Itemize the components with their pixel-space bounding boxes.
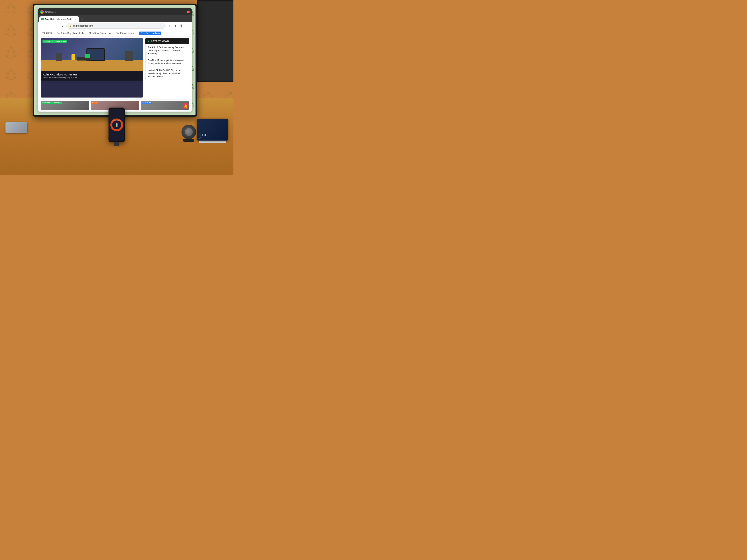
phone-stand (114, 142, 120, 146)
tab-close-button[interactable]: × (75, 18, 77, 20)
latest-news-panel: ★ LATEST NEWS The ASUS Zenfone 10 may fe… (145, 38, 189, 98)
news-item-3[interactable]: Leaked OPPO Find N3 Flip render reveals … (146, 67, 189, 80)
news-items-list: The ASUS Zenfone 10 may feature a rather… (145, 44, 189, 80)
notification-button[interactable]: 🔔 (183, 103, 188, 109)
speaker-device (181, 125, 196, 142)
featured-article[interactable]: CHROMEBOX COMPETITOR Xulu X (41, 38, 143, 98)
nav-item-4[interactable]: Pixel Fold hands on (139, 31, 161, 35)
chrome-logo-icon (40, 10, 44, 14)
smart-display-info: 96° (199, 137, 227, 139)
teaser-badge-1: SOME REAL COMPETITION (42, 102, 62, 104)
trending-label: TRENDING (42, 32, 52, 34)
article-caption: Xulu XR1 micro PC review When a Chromebo… (41, 71, 143, 81)
home-button[interactable]: ⌂ (40, 23, 45, 28)
tab-favicon (41, 18, 44, 20)
star-icon: ★ (148, 40, 150, 43)
address-bar[interactable]: 🔒 androidcentral.com (67, 23, 165, 29)
tab-label: Android Central - News, Revie... (45, 18, 74, 20)
latest-news-header: ★ LATEST NEWS (145, 38, 189, 44)
nav-item-1[interactable]: Pre-Prime Day phone deals (57, 32, 84, 34)
teaser-1[interactable]: SOME REAL COMPETITION (41, 101, 89, 110)
android-phone: 🚀 ANDROID 14 (108, 108, 125, 142)
article-title: Xulu XR1 micro PC review (43, 73, 141, 76)
back-button[interactable]: ← (47, 23, 52, 28)
smart-display-weather: 96° (199, 137, 201, 139)
teaser-3[interactable]: BEST BUDS (141, 101, 189, 110)
smart-display: 5:19 96° (197, 119, 228, 143)
chrome-active-tab[interactable]: Android Central - News, Revie... × (40, 17, 79, 22)
smart-display-inner: 5:19 96° (197, 119, 228, 140)
refresh-button[interactable]: ↻ (60, 23, 65, 28)
scene-speaker-right (125, 51, 133, 61)
trending-nav-strip: TRENDING Pre-Prime Day phone deals Moto … (38, 30, 192, 36)
phone-stand-wrapper: 🚀 ANDROID 14 (108, 108, 125, 146)
download-button[interactable]: ⬇ (173, 23, 178, 28)
second-monitor (197, 0, 233, 82)
article-image (41, 38, 143, 71)
chrome-close-button[interactable]: × (187, 10, 190, 13)
smart-display-time: 5:19 (199, 133, 227, 137)
scene-box-green (85, 54, 90, 58)
android14-text: ANDROID 14 (112, 119, 121, 121)
lock-icon: 🔒 (69, 25, 72, 27)
bookmark-button[interactable]: ☆ (167, 23, 172, 28)
nav-item-3[interactable]: Pixel Tablet review (116, 32, 134, 34)
smart-display-screen: 5:19 96° (197, 119, 228, 140)
chrome-title: Chrome (45, 10, 54, 13)
speaker-body (181, 125, 196, 139)
chrome-tabbar: Android Central - News, Revie... × + (38, 15, 192, 22)
url-text: androidcentral.com (73, 24, 93, 27)
chrome-addressbar: ⌂ ← → ↻ 🔒 androidcentral.com ☆ ⬇ 👤 ⋮ (38, 22, 192, 30)
hub-device (5, 122, 27, 133)
chrome-window: Chrome ▾ × Android Central - News, Revie… (38, 8, 192, 112)
menu-button[interactable]: ⋮ (185, 23, 190, 28)
article-badge: CHROMEBOX COMPETITOR (43, 40, 67, 43)
speaker-base (183, 139, 194, 142)
news-item-1[interactable]: The ASUS Zenfone 10 may feature a rather… (146, 44, 189, 57)
scene-speaker-left (56, 53, 62, 61)
latest-news-title: LATEST NEWS (151, 40, 169, 43)
news-item-2[interactable]: OnePlus 12 rumor points to welcome displ… (146, 57, 189, 67)
toolbar-actions: ☆ ⬇ 👤 ⋮ (167, 23, 190, 28)
new-tab-button[interactable]: + (80, 17, 85, 22)
android14-logo: 🚀 ANDROID 14 (110, 118, 123, 131)
profile-button[interactable]: 👤 (179, 23, 184, 28)
second-monitor-screen (199, 1, 233, 81)
forward-button[interactable]: → (53, 23, 58, 28)
page-content: CHROMEBOX COMPETITOR Xulu X (38, 36, 192, 112)
chrome-dropdown-icon[interactable]: ▾ (55, 11, 56, 13)
android14-inner: 🚀 (112, 120, 121, 129)
smart-display-base (199, 140, 226, 143)
teaser-badge-3: BEST BUDS (142, 102, 152, 104)
nav-item-2[interactable]: Moto Razr Plus review (89, 32, 111, 34)
scene-desk (41, 60, 143, 71)
rocket-icon: 🚀 (113, 122, 120, 128)
content-main: CHROMEBOX COMPETITOR Xulu X (38, 36, 192, 99)
chrome-titlebar: Chrome ▾ × (38, 8, 192, 15)
monitor-screen: 14:00 5G ▲▼ 🔋 Chrome ▾ × Android Central… (34, 5, 196, 115)
teaser-badge-2: DEALS (92, 102, 98, 104)
scene-robot (72, 54, 75, 60)
phone-screen: 🚀 ANDROID 14 (109, 109, 124, 141)
main-monitor: 14:00 5G ▲▼ 🔋 Chrome ▾ × Android Central… (33, 4, 197, 117)
article-subtitle: When a Chromebox isn't going to cut it. (43, 77, 141, 79)
